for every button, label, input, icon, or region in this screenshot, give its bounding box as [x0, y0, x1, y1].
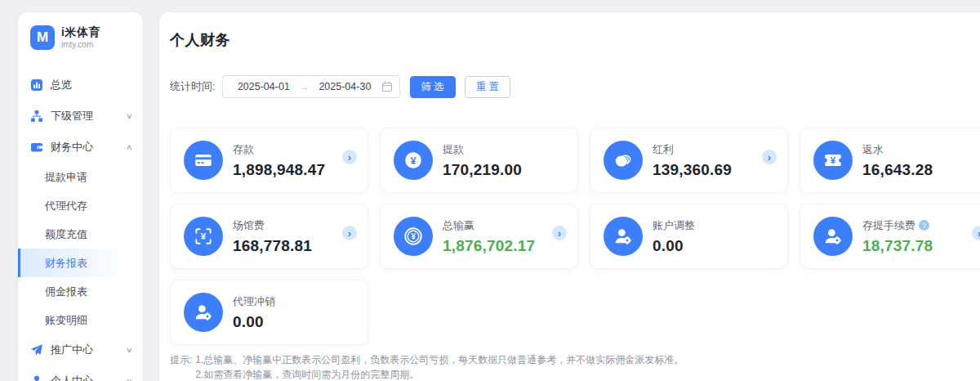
- help-icon[interactable]: ?: [919, 220, 929, 231]
- sidebar-item-finance-center[interactable]: 财务中心 ∧: [18, 132, 143, 163]
- stat-card-value: 168,778.81: [233, 237, 312, 255]
- sidebar-item-label: 下级管理: [51, 109, 127, 123]
- plane-icon: [30, 343, 43, 356]
- arrow-icon[interactable]: ›: [342, 226, 357, 240]
- logo-domain: imty.com: [61, 40, 100, 50]
- tips-line-1: 1.总输赢、净输赢中正数表示公司盈利，负数表示公司亏损，每天数据只做普通参考，并…: [195, 352, 703, 367]
- logo-icon: M: [30, 25, 55, 50]
- sidebar-item-finance-report[interactable]: 财务报表: [18, 249, 143, 277]
- sidebar-subitem-label: 佣金报表: [45, 285, 87, 299]
- stat-card-label: 存款: [233, 142, 254, 157]
- sidebar-subitem-label: 账变明细: [45, 313, 87, 328]
- arrow-icon[interactable]: ›: [972, 226, 980, 240]
- calendar-icon[interactable]: [381, 81, 393, 92]
- reset-button[interactable]: 重置: [465, 76, 510, 98]
- stat-time-label: 统计时间:: [170, 79, 216, 94]
- chevron-up-icon: ∧: [126, 143, 133, 151]
- usergear-icon: [813, 217, 853, 256]
- stat-card-rebate: ¥ 返水 16,643.28: [800, 128, 980, 193]
- stat-card-label: 场馆费: [233, 218, 265, 233]
- stat-card-withdrawal: ¥ 提款 170,219.00: [380, 128, 578, 193]
- svg-text:¥: ¥: [411, 232, 416, 241]
- stat-card-value: 16,643.28: [862, 161, 933, 179]
- sidebar-item-label: 总览: [51, 78, 132, 92]
- wallet-icon: [30, 141, 43, 154]
- tips-label: 提示:: [170, 352, 192, 381]
- coinring-icon: ¥: [394, 217, 433, 256]
- sidebar-item-overview[interactable]: 总览: [18, 69, 143, 101]
- stat-card-venue-fee: ¥ 场馆费 168,778.81 ›: [170, 204, 368, 269]
- chart-icon: [30, 78, 43, 92]
- scan-icon: ¥: [184, 217, 223, 256]
- stat-cards-grid: 存款 1,898,948.47 › ¥ 提款 170,219.00 红利 139…: [170, 128, 980, 345]
- coins-icon: [604, 141, 643, 180]
- logo-title: i米体育: [61, 25, 100, 38]
- app-logo: M i米体育 imty.com: [18, 12, 143, 61]
- stat-card-account-adjust: 账户调整 0.00: [590, 204, 788, 269]
- stat-card-value: 139,360.69: [653, 161, 732, 179]
- chevron-down-icon: ∨: [126, 112, 133, 120]
- sidebar-subitem-label: 提款申请: [45, 170, 87, 185]
- stat-card-deposit: 存款 1,898,948.47 ›: [170, 128, 368, 193]
- team-icon: [30, 110, 43, 123]
- main-content: 个人财务 统计时间: 2025-04-01 → 2025-04-30 筛选 重置…: [159, 12, 980, 381]
- user-icon: [30, 374, 43, 381]
- sidebar-item-label: 财务中心: [51, 140, 127, 155]
- usergear-icon: [604, 217, 643, 256]
- stat-card-agent-writeoff: 代理冲销 0.00: [170, 280, 368, 345]
- stat-card-value: 1,876,702.17: [443, 237, 535, 255]
- stat-card-label: 账户调整: [653, 218, 695, 233]
- sidebar-item-label: 个人中心: [51, 374, 127, 381]
- sidebar-item-quota-recharge[interactable]: 额度充值: [18, 220, 143, 249]
- stat-card-label: 总输赢: [443, 218, 474, 233]
- svg-text:¥: ¥: [411, 155, 416, 167]
- sidebar-subitem-label: 财务报表: [45, 256, 87, 271]
- sidebar-item-subordinate-mgmt[interactable]: 下级管理 ∨: [18, 101, 143, 132]
- sidebar-item-withdraw-apply[interactable]: 提款申请: [18, 163, 143, 191]
- sidebar-item-agent-deposit[interactable]: 代理代存: [18, 191, 143, 220]
- stat-card-label: 提款: [443, 142, 464, 157]
- sidebar-item-promotion-center[interactable]: 推广中心 ∨: [18, 334, 143, 365]
- sidebar-item-account-changes[interactable]: 账变明细: [18, 306, 143, 334]
- stat-card-label: 红利: [653, 142, 674, 157]
- tips: 提示: 1.总输赢、净输赢中正数表示公司盈利，负数表示公司亏损，每天数据只做普通…: [170, 352, 980, 381]
- arrow-icon[interactable]: ›: [342, 150, 357, 164]
- svg-text:¥: ¥: [831, 155, 836, 165]
- usergear-icon: [184, 293, 223, 332]
- arrow-icon[interactable]: ›: [552, 226, 567, 240]
- date-range-input[interactable]: 2025-04-01 → 2025-04-30: [222, 75, 400, 98]
- filter-bar: 统计时间: 2025-04-01 → 2025-04-30 筛选 重置: [170, 75, 980, 98]
- stat-card-value: 170,219.00: [443, 161, 522, 179]
- stat-card-value: 18,737.78: [862, 237, 933, 255]
- svg-text:¥: ¥: [201, 231, 207, 241]
- sidebar-menu: 总览 下级管理 ∨ 财务中心 ∧ 提款申请 代理代存 额度充值 财务报表 佣金报…: [18, 69, 143, 381]
- sidebar-item-commission-report[interactable]: 佣金报表: [18, 277, 143, 306]
- date-end-value[interactable]: 2025-04-30: [310, 81, 380, 92]
- stat-card-label: 返水: [862, 142, 884, 157]
- stat-card-bonus: 红利 139,360.69 ›: [590, 128, 788, 193]
- date-start-value[interactable]: 2025-04-01: [229, 81, 299, 92]
- chevron-down-icon: ∨: [126, 377, 133, 381]
- sidebar-subitem-label: 额度充值: [45, 227, 87, 242]
- sidebar-item-label: 推广中心: [51, 343, 127, 357]
- arrow-icon[interactable]: ›: [762, 150, 777, 164]
- stat-card-dw-fee: 存提手续费 ? 18,737.78 ›: [800, 204, 980, 269]
- stat-card-value: 0.00: [233, 313, 275, 331]
- stat-card-total-winloss: ¥ 总输赢 1,876,702.17 ›: [380, 204, 578, 269]
- stat-card-label: 代理冲销: [233, 294, 275, 309]
- sidebar: M i米体育 imty.com 总览 下级管理 ∨ 财务中心 ∧ 提款申请 代理…: [18, 12, 143, 381]
- tips-lines: 1.总输赢、净输赢中正数表示公司盈利，负数表示公司亏损，每天数据只做普通参考，并…: [195, 352, 703, 381]
- bankcard-icon: [184, 141, 223, 180]
- tips-line-2: 2.如需查看净输赢，查询时间需为月份的完整周期。: [195, 367, 703, 381]
- filter-button[interactable]: 筛选: [410, 76, 456, 98]
- stat-card-value: 0.00: [653, 237, 695, 255]
- chevron-down-icon: ∨: [126, 346, 133, 354]
- yencircle-icon: ¥: [394, 141, 433, 180]
- stat-card-label: 存提手续费: [862, 218, 915, 233]
- date-range-separator: →: [298, 82, 310, 92]
- ticket-icon: ¥: [813, 141, 853, 180]
- sidebar-item-personal-center[interactable]: 个人中心 ∨: [18, 365, 143, 381]
- stat-card-value: 1,898,948.47: [233, 161, 325, 179]
- sidebar-subitem-label: 代理代存: [45, 199, 87, 213]
- page-title: 个人财务: [170, 30, 980, 50]
